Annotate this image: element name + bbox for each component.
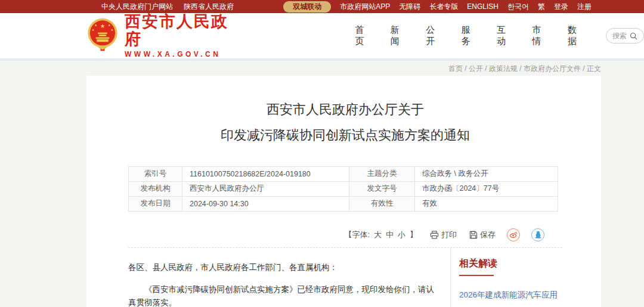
- english-link[interactable]: ENGLISH: [467, 2, 499, 11]
- central-gov-portal-link[interactable]: 中央人民政府门户网站: [101, 2, 173, 12]
- nav-home[interactable]: 首页: [355, 24, 370, 47]
- search-icon: [630, 32, 637, 40]
- table-row: 发布日期 2024-09-30 14:30 有效性 有效: [129, 196, 558, 211]
- main-nav: 首页 新闻 公开 服务 互动 市情 数据: [355, 24, 583, 47]
- meta-value-index-no: 11610100750218682E/2024-019180: [182, 166, 349, 181]
- meta-label-doc-number: 发文字号: [349, 181, 415, 196]
- breadcrumb-office-docs[interactable]: 市政府办公厅文件: [524, 64, 581, 73]
- breadcrumb-separator: /: [581, 64, 587, 73]
- breadcrumb-open-gov[interactable]: 公开: [469, 64, 483, 73]
- meta-label-issuing-agency: 发布机构: [129, 181, 182, 196]
- svg-text:★: ★: [108, 23, 111, 27]
- dual-city-link-pill[interactable]: 双城联动: [283, 1, 331, 13]
- article-title: 西安市人民政府办公厅关于 印发减污降碳协同创新试点实施方案的通知: [128, 76, 562, 148]
- nav-open-gov[interactable]: 公开: [426, 24, 441, 47]
- table-row: 发布机构 西安市人民政府办公厅 发文字号 市政办函〔2024〕77号: [129, 181, 558, 196]
- font-size-suffix: 】: [410, 230, 417, 240]
- related-title-underline: [459, 275, 494, 276]
- korean-link[interactable]: 한국어: [507, 2, 529, 12]
- article-toolbar: 【字体: 大 中 小 】 打印 保存: [128, 228, 562, 241]
- national-emblem-icon: ★ ★ ★ ★ ★: [86, 17, 119, 54]
- search-box[interactable]: 搜索: [606, 28, 644, 44]
- table-row: 索引号 11610100750218682E/2024-019180 主题分类 …: [129, 166, 558, 181]
- article-title-line1: 西安市人民政府办公厅关于: [267, 102, 424, 117]
- svg-text:★: ★: [94, 23, 97, 27]
- site-name: 西安市人民政府: [125, 13, 236, 48]
- nav-news[interactable]: 新闻: [391, 24, 406, 47]
- font-size-large-button[interactable]: 大: [374, 230, 382, 240]
- related-reading-title: 相关解读: [459, 258, 562, 270]
- breadcrumb-separator: /: [518, 64, 524, 73]
- related-article-link[interactable]: 2026年建成新能源汽车应用示范标杆城市: [459, 287, 562, 307]
- meta-value-publish-date: 2024-09-30 14:30: [182, 196, 349, 211]
- search-label: 搜索: [612, 31, 627, 41]
- print-button[interactable]: 打印: [430, 230, 457, 240]
- meta-value-doc-number: 市政办函〔2024〕77号: [415, 181, 558, 196]
- font-size-prefix: 【字体:: [344, 230, 370, 240]
- breadcrumb-separator: /: [483, 64, 489, 73]
- breadcrumb-separator: /: [463, 64, 469, 73]
- breadcrumb-current: 正文: [587, 64, 601, 73]
- breadcrumb: 首页 / 公开 / 政策法规 / 市政府办公厅文件 / 正文: [86, 63, 601, 74]
- meta-label-publish-date: 发布日期: [129, 196, 182, 211]
- meta-value-validity: 有效: [415, 196, 558, 211]
- nav-city-info[interactable]: 市情: [532, 24, 547, 47]
- svg-text:★: ★: [92, 28, 95, 32]
- save-button[interactable]: 保存: [469, 230, 496, 240]
- document-meta-table: 索引号 11610100750218682E/2024-019180 主题分类 …: [128, 166, 558, 212]
- meta-label-topic-category: 主题分类: [349, 166, 415, 181]
- site-header: ★ ★ ★ ★ ★ 西安市人民政府 WWW.XA.GOV.CN 首页 新闻 公开…: [0, 13, 644, 61]
- register-link[interactable]: 注册: [577, 2, 592, 12]
- breadcrumb-home[interactable]: 首页: [448, 64, 463, 73]
- shaanxi-gov-link[interactable]: 陕西省人民政府: [184, 2, 234, 12]
- weibo-share-icon[interactable]: [507, 228, 520, 241]
- qq-share-icon[interactable]: [531, 228, 544, 241]
- nav-data[interactable]: 数据: [568, 24, 583, 47]
- meta-value-issuing-agency: 西安市人民政府办公厅: [182, 181, 349, 196]
- meta-value-topic-category: 综合政务 \ 政务公开: [415, 166, 558, 181]
- body-addressees: 各区、县人民政府，市人民政府各工作部门、各直属机构：: [128, 261, 442, 274]
- accessibility-link[interactable]: 无障碍: [399, 2, 420, 12]
- breadcrumb-policies[interactable]: 政策法规: [489, 64, 518, 73]
- site-url: WWW.XA.GOV.CN: [125, 50, 236, 58]
- login-link[interactable]: 登录: [554, 2, 568, 12]
- font-size-small-button[interactable]: 小: [398, 230, 405, 240]
- svg-text:★: ★: [110, 28, 113, 32]
- save-label: 保存: [480, 230, 496, 240]
- article-card: 西安市人民政府办公厅关于 印发减污降碳协同创新试点实施方案的通知 索引号 116…: [86, 76, 601, 307]
- save-icon: [469, 231, 478, 239]
- printer-icon: [430, 231, 439, 239]
- site-logo[interactable]: ★ ★ ★ ★ ★ 西安市人民政府 WWW.XA.GOV.CN: [86, 13, 236, 58]
- top-utility-bar: 中央人民政府门户网站 陕西省人民政府 双城联动 市政府网站APP 无障碍 长者专…: [0, 0, 644, 13]
- article-title-line2: 印发减污降碳协同创新试点实施方案的通知: [221, 128, 470, 142]
- related-reading-panel: 相关解读 2026年建成新能源汽车应用示范标杆城市: [450, 248, 562, 307]
- svg-text:★: ★: [100, 23, 106, 29]
- font-size-medium-button[interactable]: 中: [386, 230, 394, 240]
- nav-services[interactable]: 服务: [462, 24, 477, 47]
- meta-label-index-no: 索引号: [129, 166, 182, 181]
- print-label: 打印: [441, 230, 457, 240]
- nav-interaction[interactable]: 互动: [497, 24, 512, 47]
- body-paragraph: 《西安市减污降碳协同创新试点实施方案》已经市政府同意，现印发给你们，请认真贯彻落…: [128, 283, 442, 307]
- article-body: 各区、县人民政府，市人民政府各工作部门、各直属机构： 《西安市减污降碳协同创新试…: [128, 248, 450, 307]
- gov-app-link[interactable]: 市政府网站APP: [340, 2, 390, 12]
- meta-label-validity: 有效性: [349, 196, 415, 211]
- senior-version-link[interactable]: 长者专版: [429, 2, 458, 12]
- traditional-chinese-link[interactable]: 繁: [538, 2, 545, 12]
